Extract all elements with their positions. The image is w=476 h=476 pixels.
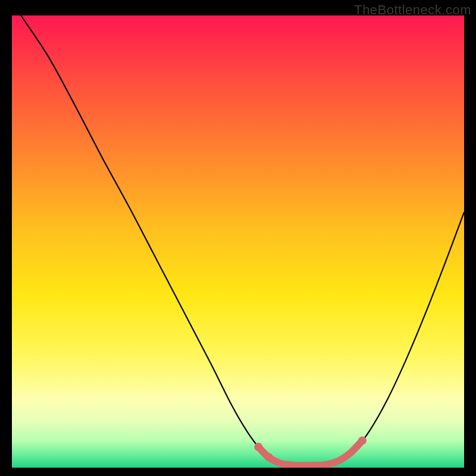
marker-dot bbox=[254, 443, 262, 451]
chart-plot bbox=[12, 15, 464, 468]
marker-dot bbox=[358, 436, 367, 444]
svg-rect-0 bbox=[12, 15, 464, 468]
marker-dot bbox=[265, 453, 273, 462]
